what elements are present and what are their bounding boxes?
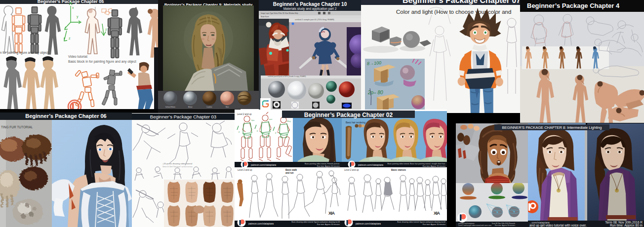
- svg-text:+20 poses drawing video tutori: +20 poses drawing video tutorial: [162, 162, 192, 165]
- svg-text:y: y: [77, 15, 79, 19]
- svg-text:and run: and run: [285, 172, 294, 174]
- svg-text:Default Matte: Default Matte: [165, 106, 175, 108]
- svg-text:Basic stances: Basic stances: [391, 169, 406, 171]
- svg-text:XIA: XIA: [434, 211, 441, 216]
- svg-text:patreon.com/xiataptara: patreon.com/xiataptara: [356, 222, 381, 225]
- svg-text:z: z: [69, 37, 71, 40]
- svg-text:and up get video tutorial with: and up get video tutorial with voice ove…: [529, 224, 587, 227]
- svg-text:turn: turn: [269, 118, 272, 120]
- svg-text:Run time: Approx 30 minutes: Run time: Approx 30 minutes: [317, 224, 340, 226]
- svg-text:2p– 80: 2p– 80: [367, 90, 383, 95]
- svg-text:Image Layer Type Select Fi: Image Layer Type Select Filter 3D View W…: [261, 12, 298, 14]
- svg-text:Run time: Approx 80 m: Run time: Approx 80 m: [610, 224, 643, 227]
- svg-text:Run time: Approx 30 minutes: Run time: Approx 30 minutes: [423, 224, 445, 226]
- svg-text:8→100: 8→100: [367, 60, 382, 66]
- svg-text:hips: hips: [251, 119, 255, 121]
- svg-text:z: z: [105, 28, 107, 31]
- svg-text:Mary: Mary: [287, 120, 291, 122]
- svg-text:Basic walk: Basic walk: [285, 169, 297, 171]
- svg-text:Basic block in for painting fi: Basic block in for painting figure and a…: [68, 60, 136, 64]
- svg-text:Basic drawing video tutorial:: Basic drawing video tutorial: figures an…: [291, 221, 340, 223]
- svg-text:Level 2 and up get video tutor: Level 2 and up get video tutorial with v…: [458, 225, 492, 227]
- svg-text:Run time: Approx 90 minutes: Run time: Approx 90 minutes: [495, 225, 515, 227]
- svg-text:Basic painting video tutorial.: Basic painting video tutorial. Basic hai…: [388, 163, 445, 165]
- svg-text:8: 8: [275, 132, 276, 134]
- svg-text:XIA: XIA: [328, 211, 335, 216]
- svg-text:Metal: Metal: [188, 106, 193, 108]
- svg-text:Mode Norm: Mode Norm: [261, 16, 269, 18]
- svg-text:30min 1h 30m7 flow base* arc: 30min 1h 30m7 flow base* archivio increa…: [162, 166, 193, 168]
- svg-text:patreon.com/xiataptara: patreon.com/xiataptara: [248, 222, 274, 225]
- svg-text:x: x: [72, 6, 74, 9]
- svg-text:Level 2 and up: Level 2 and up: [344, 169, 359, 171]
- svg-text:Leather: Leather: [206, 106, 212, 108]
- svg-text:8: 8: [239, 131, 240, 133]
- svg-text:n for painting figure and any: n for painting figure and any object.: [0, 51, 49, 55]
- svg-text:Basic painting video tutorial.: Basic painting video tutorial. Female po…: [305, 163, 340, 165]
- svg-text:Level 2 and up: Level 2 and up: [237, 113, 252, 115]
- svg-text:Basic drawing video tutorial:: Basic drawing video tutorial: figures an…: [397, 221, 445, 223]
- svg-text:8: 8: [257, 130, 258, 132]
- svg-text:Video tutorial:: Video tutorial:: [68, 55, 88, 58]
- svg-text:patreon.com/xiataptara: patreon.com/xiataptara: [251, 163, 276, 166]
- svg-text:patreon.com/xiataptara: patreon.com/xiataptara: [358, 163, 383, 166]
- svg-text:Level 2 and up: Level 2 and up: [238, 169, 252, 171]
- svg-text:Skin: Skin: [226, 106, 229, 108]
- svg-text:Term 08: Nov 30th,2016 Rewards: Term 08: Nov 30th,2016 Rewards: [492, 223, 516, 225]
- svg-text:Basic hair rendering: Basic hair rendering: [346, 121, 366, 124]
- svg-text:patreon.com/xiataptara: patreon.com/xiataptara: [458, 223, 475, 225]
